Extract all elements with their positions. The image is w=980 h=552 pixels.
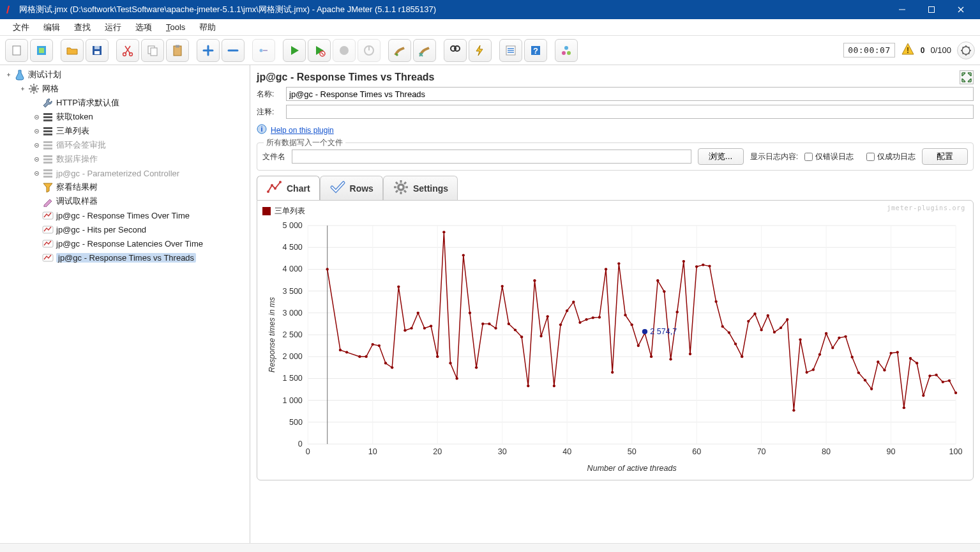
stop-button[interactable]	[333, 39, 356, 62]
clear-all-button[interactable]	[413, 39, 436, 62]
tree-item[interactable]: HTTP请求默认值	[5, 96, 250, 110]
svg-text:1 000: 1 000	[282, 396, 303, 405]
toolbar: ? 00:00:07 ! 0 0/100	[0, 36, 980, 65]
warning-icon[interactable]: !	[901, 42, 915, 58]
configure-button[interactable]: 配置	[922, 148, 968, 165]
menu-help[interactable]: 帮助	[193, 20, 222, 35]
svg-point-145	[585, 318, 587, 321]
tree-toggle-icon[interactable]	[33, 170, 40, 176]
browse-button[interactable]: 浏览...	[698, 148, 744, 165]
start-no-timer-button[interactable]	[308, 39, 331, 62]
shutdown-button[interactable]	[358, 39, 381, 62]
tree-toggle-icon[interactable]	[33, 114, 40, 120]
svg-text:0: 0	[298, 440, 303, 448]
svg-point-113	[378, 344, 381, 347]
toggle-button[interactable]	[252, 39, 275, 62]
filename-label: 文件名	[262, 151, 285, 162]
svg-text:50: 50	[628, 447, 637, 456]
tree-pane[interactable]: 测试计划网格HTTP请求默认值获取token三单列表循环会签审批数据库操作jp@…	[0, 65, 250, 543]
filename-input[interactable]	[292, 150, 691, 164]
error-only-checkbox[interactable]: 仅错误日志	[804, 151, 854, 162]
collapse-button[interactable]	[222, 39, 245, 62]
plugins-button[interactable]	[555, 39, 578, 62]
cut-button[interactable]	[116, 39, 139, 62]
tree-item[interactable]: jp@gc - Response Times Over Time	[5, 208, 250, 222]
expand-button[interactable]	[197, 39, 220, 62]
clear-button[interactable]	[388, 39, 411, 62]
tree-item[interactable]: jp@gc - Parameterized Controller	[5, 166, 250, 180]
help-link[interactable]: Help on this plugin	[271, 126, 334, 135]
comment-input[interactable]	[286, 105, 974, 119]
svg-point-196	[916, 362, 918, 364]
svg-point-114	[384, 362, 387, 364]
tree-item[interactable]: 察看结果树	[5, 180, 250, 194]
tree-toggle-icon[interactable]	[19, 86, 26, 92]
tree-item-icon	[42, 210, 54, 221]
tree-item-icon	[42, 238, 54, 249]
thread-count: 0/100	[930, 45, 951, 55]
chart-canvas[interactable]: 05001 0001 5002 0002 5003 0003 5004 0004…	[261, 219, 969, 475]
svg-point-108	[339, 349, 342, 351]
help-button[interactable]: ?	[524, 39, 547, 62]
tree-item[interactable]: 循环会签审批	[5, 138, 250, 152]
svg-point-161	[689, 353, 691, 355]
paste-button[interactable]	[166, 39, 189, 62]
toolbar-settings-button[interactable]	[957, 42, 975, 59]
open-button[interactable]	[61, 39, 84, 62]
svg-point-109	[345, 351, 348, 353]
copy-button[interactable]	[141, 39, 164, 62]
menu-edit[interactable]: 编辑	[37, 20, 66, 35]
tree-toggle-icon[interactable]	[5, 72, 11, 78]
tree-item-label: jp@gc - Hits per Second	[56, 225, 146, 234]
svg-point-179	[805, 371, 808, 374]
tree-item[interactable]: jp@gc - Response Latencies Over Time	[5, 236, 250, 250]
menu-find[interactable]: 查找	[68, 20, 97, 35]
templates-button[interactable]	[30, 39, 53, 62]
svg-point-158	[669, 358, 672, 360]
tree-item[interactable]: 测试计划	[5, 68, 250, 82]
expand-panel-button[interactable]	[960, 70, 974, 84]
svg-point-142	[566, 309, 568, 312]
save-button[interactable]	[86, 39, 109, 62]
tab-settings[interactable]: Settings	[383, 176, 458, 200]
tree-item[interactable]: 获取token	[5, 110, 250, 124]
minimize-button[interactable]	[888, 1, 916, 19]
svg-text:2 574,7: 2 574,7	[650, 327, 677, 336]
tree-item[interactable]: jp@gc - Hits per Second	[5, 222, 250, 236]
menu-file[interactable]: 文件	[6, 20, 36, 35]
tab-rows[interactable]: Rows	[320, 176, 383, 200]
svg-text:30: 30	[498, 447, 507, 456]
tree-item[interactable]: 调试取样器	[5, 194, 250, 208]
svg-point-193	[896, 351, 899, 353]
tree-toggle-icon[interactable]	[33, 128, 40, 134]
tree-item[interactable]: 网格	[5, 82, 250, 96]
svg-point-157	[663, 290, 665, 293]
new-button[interactable]	[5, 39, 28, 62]
success-only-checkbox[interactable]: 仅成功日志	[866, 151, 916, 162]
svg-point-112	[372, 343, 374, 346]
menu-options[interactable]: 选项	[129, 20, 158, 35]
svg-rect-37	[43, 141, 52, 143]
tree-item-label: 获取token	[56, 111, 93, 123]
menu-run[interactable]: 运行	[98, 20, 128, 35]
function-helper-button[interactable]	[499, 39, 522, 62]
svg-point-54	[267, 190, 269, 193]
menu-tools[interactable]: Tools	[160, 20, 192, 34]
tree-item[interactable]: 三单列表	[5, 124, 250, 138]
svg-point-185	[844, 335, 847, 338]
reset-search-button[interactable]	[469, 39, 492, 62]
tree-toggle-icon[interactable]	[33, 156, 40, 162]
search-button[interactable]	[444, 39, 467, 62]
maximize-button[interactable]	[917, 1, 946, 19]
tree-toggle-icon[interactable]	[33, 142, 40, 148]
tab-chart[interactable]: Chart	[257, 176, 320, 200]
chart-panel: 三单列表 jmeter-plugins.org 05001 0001 5002 …	[257, 200, 974, 480]
start-button[interactable]	[283, 39, 306, 62]
tree-item[interactable]: 数据库操作	[5, 152, 250, 166]
name-input[interactable]	[286, 87, 974, 101]
svg-point-174	[773, 331, 776, 334]
svg-text:500: 500	[289, 418, 303, 427]
close-button[interactable]	[947, 1, 975, 19]
svg-point-177	[792, 409, 795, 411]
tree-item[interactable]: jp@gc - Response Times vs Threads	[5, 250, 250, 264]
